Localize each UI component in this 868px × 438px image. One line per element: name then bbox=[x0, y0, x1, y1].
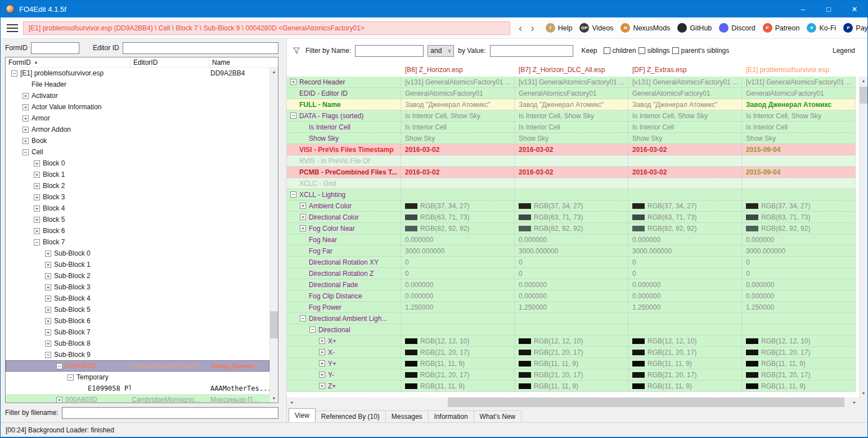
grid-row[interactable]: PCMB - PreCombined Files T...2016-03-022… bbox=[287, 167, 856, 178]
grid-row[interactable]: Directional Rotation XY0000 bbox=[287, 257, 856, 268]
grid-row[interactable]: Fog Far3000.0000003000.0000003000.000000… bbox=[287, 245, 856, 257]
tree-row[interactable]: −Block 7 bbox=[6, 236, 269, 248]
checkbox-icon[interactable] bbox=[604, 47, 610, 54]
collapse-icon[interactable]: − bbox=[290, 113, 296, 119]
collapse-icon[interactable]: − bbox=[300, 315, 306, 321]
maximize-icon[interactable]: □ bbox=[816, 1, 842, 17]
expand-icon[interactable]: + bbox=[45, 341, 51, 347]
tree-row[interactable]: +Sub-Block 1 bbox=[6, 259, 269, 270]
collapse-icon[interactable]: − bbox=[45, 352, 51, 358]
tab-messages[interactable]: Messages bbox=[385, 410, 429, 422]
tree-row[interactable]: −Temporary bbox=[6, 372, 269, 383]
grid-row[interactable]: Show SkyShow SkyShow SkyShow SkyShow Sky bbox=[287, 133, 856, 144]
tree-row[interactable]: +Sub-Block 0 bbox=[6, 248, 269, 259]
expand-icon[interactable]: + bbox=[45, 262, 51, 268]
tab-what-s-new[interactable]: What's New bbox=[474, 410, 522, 422]
legend-link[interactable]: Legend bbox=[833, 47, 855, 55]
grid-row[interactable]: +X-RGB(21, 20, 17)RGB(21, 20, 17)RGB(21,… bbox=[287, 347, 856, 358]
tree-row[interactable]: +Block 6 bbox=[6, 225, 269, 236]
grid-row[interactable]: Fog Near0.0000000.0000000.0000000.000000 bbox=[287, 234, 856, 245]
tree-row[interactable]: +Book bbox=[6, 135, 269, 146]
expand-icon[interactable]: + bbox=[34, 217, 40, 223]
grid-row[interactable]: +Record Header[v131] GeneralAtomicsFacto… bbox=[287, 77, 856, 88]
minimize-icon[interactable]: – bbox=[790, 1, 816, 17]
expand-icon[interactable]: + bbox=[34, 183, 40, 189]
expand-icon[interactable]: + bbox=[319, 349, 325, 355]
grid-horizontal-scrollbar[interactable]: ◄ ► bbox=[287, 397, 867, 407]
collapse-icon[interactable]: − bbox=[34, 239, 40, 245]
tree-scrollbar[interactable]: ▲ ▼ bbox=[269, 68, 278, 403]
tree-row[interactable]: +Sub-Block 3 bbox=[6, 281, 269, 293]
expand-icon[interactable]: + bbox=[45, 251, 51, 257]
expand-icon[interactable]: + bbox=[34, 160, 40, 167]
expand-icon[interactable]: + bbox=[45, 318, 51, 324]
tree-row[interactable]: −Sub-Block 9 bbox=[6, 349, 269, 360]
expand-icon[interactable]: + bbox=[23, 138, 29, 144]
checkbox-icon[interactable] bbox=[672, 47, 679, 54]
expand-icon[interactable]: + bbox=[34, 172, 40, 178]
grid-column-header[interactable]: [B6] Z_Horizon.esp bbox=[401, 66, 515, 74]
scroll-left-icon[interactable]: ◄ bbox=[287, 397, 296, 407]
keep-option-parent-s-siblings[interactable]: parent's siblings bbox=[672, 47, 730, 55]
grid-row[interactable]: VISI - PreVis Files Timestamp2016-03-022… bbox=[287, 144, 856, 155]
scroll-up-icon[interactable]: ▲ bbox=[860, 77, 867, 85]
tree-row[interactable]: +Sub-Block 6 bbox=[6, 315, 269, 327]
tree-row[interactable]: +Sub-Block 5 bbox=[6, 304, 269, 315]
expand-icon[interactable]: + bbox=[45, 307, 51, 313]
expand-icon[interactable]: + bbox=[23, 93, 29, 99]
toolbar-link-ko-fi[interactable]: ♥Ko-Fi bbox=[807, 23, 836, 33]
expand-icon[interactable]: + bbox=[23, 104, 29, 110]
tree-row[interactable]: +Activator bbox=[6, 90, 269, 101]
tree-header-name[interactable]: Name bbox=[209, 57, 278, 67]
grid-column-header[interactable]: [DF] Z_Extras.esp bbox=[628, 66, 742, 74]
grid-row[interactable]: −XCLL - Lighting bbox=[287, 189, 856, 200]
tree-row[interactable]: +Block 2 bbox=[6, 180, 269, 191]
grid-row[interactable]: −Directional bbox=[287, 324, 856, 336]
filter-name-input[interactable] bbox=[355, 45, 424, 57]
tree-scroll-thumb[interactable] bbox=[270, 311, 278, 338]
expand-icon[interactable]: + bbox=[23, 115, 29, 122]
grid-row[interactable]: RVIS - In PreVis File Of bbox=[287, 155, 856, 167]
expand-icon[interactable]: + bbox=[319, 338, 325, 344]
tab-referenced-by-10[interactable]: Referenced By (10) bbox=[315, 410, 386, 422]
grid-row[interactable]: FULL - NameЗавод "Дженерал Атомикс"Завод… bbox=[287, 99, 856, 110]
filename-filter-input[interactable] bbox=[62, 407, 278, 419]
toolbar-link-discord[interactable]: Discord bbox=[719, 23, 755, 33]
tree-row[interactable]: +Armor Addon bbox=[6, 124, 269, 135]
close-icon[interactable]: ✕ bbox=[842, 1, 867, 17]
expand-icon[interactable]: + bbox=[34, 228, 40, 234]
expand-icon[interactable]: + bbox=[45, 273, 51, 279]
grid-row[interactable]: Fog Power1.2500001.2500001.2500001.25000… bbox=[287, 302, 856, 313]
grid-row[interactable]: +Directional ColorRGB(63, 71, 73)RGB(63,… bbox=[287, 212, 856, 223]
toolbar-link-github[interactable]: GitHub bbox=[677, 23, 712, 33]
tree-row[interactable]: +Block 4 bbox=[6, 203, 269, 214]
toolbar-link-nexusmods[interactable]: NNexusMods bbox=[620, 23, 670, 33]
grid-row[interactable]: +X+RGB(12, 12, 10)RGB(12, 12, 10)RGB(12,… bbox=[287, 336, 856, 347]
tab-information[interactable]: Information bbox=[428, 410, 474, 422]
expand-icon[interactable]: + bbox=[34, 205, 40, 212]
toolbar-link-paypal[interactable]: PPayPal bbox=[843, 23, 868, 33]
tree-row[interactable]: +Sub-Block 4 bbox=[6, 293, 269, 304]
editorid-input[interactable] bbox=[123, 42, 278, 54]
grid-hscroll-thumb[interactable] bbox=[448, 397, 844, 407]
expand-icon[interactable]: + bbox=[319, 372, 325, 378]
grid-row[interactable]: XCLC - Grid bbox=[287, 178, 856, 189]
scroll-right-icon[interactable]: ► bbox=[850, 397, 859, 407]
expand-icon[interactable]: + bbox=[34, 194, 40, 200]
expand-icon[interactable]: + bbox=[300, 203, 306, 209]
grid-row[interactable]: +Y-RGB(21, 20, 17)RGB(21, 20, 17)RGB(21,… bbox=[287, 369, 856, 381]
expand-icon[interactable]: + bbox=[23, 127, 29, 133]
tree-row[interactable]: +Block 0 bbox=[6, 158, 269, 169]
tree-row[interactable]: +Sub-Block 7 bbox=[6, 327, 269, 338]
toolbar-link-help[interactable]: ?Help bbox=[546, 23, 573, 33]
keep-option-children[interactable]: children bbox=[604, 47, 636, 55]
tree-row[interactable]: −Cell bbox=[6, 146, 269, 158]
menu-icon[interactable] bbox=[7, 24, 18, 32]
grid-column-header[interactable]: [E1] problemsofsurvivor.esp bbox=[742, 66, 856, 74]
grid-vscroll-thumb[interactable] bbox=[860, 87, 867, 104]
tree-header-editorid[interactable]: EditorID bbox=[131, 57, 209, 67]
collapse-icon[interactable]: − bbox=[56, 363, 62, 369]
grid-vertical-scrollbar[interactable]: ▲ ▼ bbox=[859, 77, 867, 397]
tree-row[interactable]: −0004280DGeneralAtomicsFacto...Завод Дже… bbox=[6, 360, 269, 372]
expand-icon[interactable]: + bbox=[319, 383, 325, 389]
